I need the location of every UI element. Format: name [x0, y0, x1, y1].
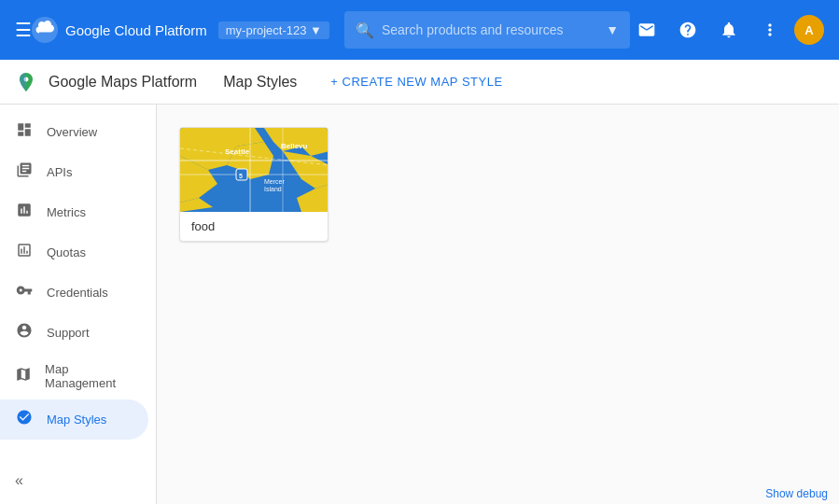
support-icon: [15, 322, 34, 343]
notifications-button[interactable]: [712, 13, 746, 47]
sidebar-item-overview-label: Overview: [47, 125, 97, 139]
overview-icon: [15, 121, 34, 143]
sidebar-item-credentials-label: Credentials: [47, 286, 108, 300]
topbar: ☰ Google Cloud Platform my-project-123 ▼…: [0, 0, 839, 60]
main-layout: Overview APIs Metrics Quotas Credentials: [0, 105, 839, 504]
sidebar-item-apis-label: APIs: [47, 165, 72, 179]
map-style-card[interactable]: Seattle Bellevu Mercer Island 5 food: [179, 127, 329, 242]
search-input[interactable]: [382, 22, 598, 37]
map-management-icon: [15, 366, 32, 387]
svg-text:Bellevu: Bellevu: [281, 142, 308, 150]
sidebar-collapse-button[interactable]: «: [0, 465, 38, 497]
more-button[interactable]: [753, 13, 787, 47]
sidebar-item-quotas-label: Quotas: [47, 245, 86, 259]
quotas-icon: [15, 242, 34, 263]
svg-text:Island: Island: [264, 186, 282, 192]
sidebar-item-overview[interactable]: Overview: [0, 112, 148, 152]
sidebar-item-metrics[interactable]: Metrics: [0, 192, 148, 232]
sidebar: Overview APIs Metrics Quotas Credentials: [0, 105, 157, 504]
menu-icon[interactable]: ☰: [15, 19, 32, 41]
email-button[interactable]: [630, 13, 664, 47]
metrics-icon: [15, 202, 34, 223]
expand-icon: ▼: [606, 22, 619, 37]
map-preview: Seattle Bellevu Mercer Island 5: [180, 128, 329, 212]
user-avatar[interactable]: A: [794, 15, 824, 45]
sidebar-item-apis[interactable]: APIs: [0, 152, 148, 192]
credentials-icon: [15, 282, 34, 303]
sidebar-item-credentials[interactable]: Credentials: [0, 273, 148, 313]
svg-text:Seattle: Seattle: [225, 147, 250, 156]
topbar-project: my-project-123 ▼: [218, 21, 329, 39]
search-bar[interactable]: 🔍 ▼: [344, 11, 630, 49]
subheader-page-title: Map Styles: [223, 74, 297, 91]
show-debug-button[interactable]: Show debug: [754, 483, 839, 504]
map-card-label: food: [180, 212, 328, 241]
logo-area: Google Cloud Platform my-project-123 ▼: [32, 17, 329, 43]
help-button[interactable]: [671, 13, 705, 47]
sidebar-item-map-styles-label: Map Styles: [47, 413, 106, 427]
sidebar-item-metrics-label: Metrics: [47, 205, 86, 219]
svg-text:Mercer: Mercer: [264, 178, 285, 185]
sidebar-item-support[interactable]: Support: [0, 313, 148, 353]
subheader: Google Maps Platform Map Styles + CREATE…: [0, 60, 839, 105]
main-content: Seattle Bellevu Mercer Island 5 food Sho…: [157, 105, 839, 504]
sidebar-item-map-management-label: Map Management: [45, 362, 133, 390]
maps-logo-icon: [15, 71, 37, 93]
sidebar-item-support-label: Support: [47, 326, 90, 340]
cloud-logo-icon: [32, 17, 58, 43]
search-icon: 🔍: [356, 21, 374, 39]
map-styles-icon: [15, 409, 34, 430]
svg-text:5: 5: [239, 173, 243, 179]
map-preview-svg: Seattle Bellevu Mercer Island 5: [180, 128, 329, 212]
topbar-title: Google Cloud Platform: [65, 22, 207, 38]
sidebar-item-quotas[interactable]: Quotas: [0, 232, 148, 273]
apis-icon: [15, 161, 34, 183]
subheader-brand: Google Maps Platform: [49, 74, 197, 91]
create-new-map-style-button[interactable]: + CREATE NEW MAP STYLE: [330, 75, 502, 89]
sidebar-item-map-styles[interactable]: Map Styles: [0, 399, 148, 440]
sidebar-item-map-management[interactable]: Map Management: [0, 353, 148, 399]
topbar-right: A: [630, 13, 824, 47]
